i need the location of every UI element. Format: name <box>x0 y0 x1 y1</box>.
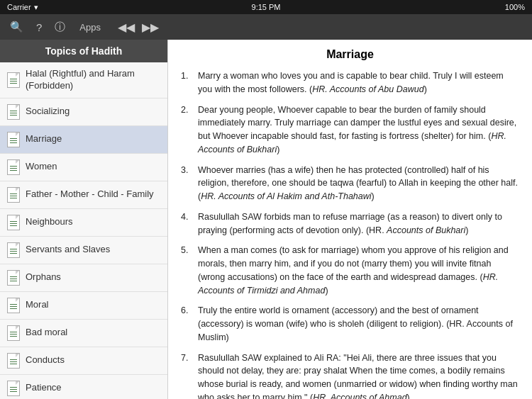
hadith-text: Marry a woman who loves you and is capab… <box>198 69 519 96</box>
carrier-label: Carrier <box>7 3 31 11</box>
doc-icon <box>7 270 20 286</box>
hadith-text: Truly the entire world is ornament (acce… <box>198 304 519 344</box>
doc-icon <box>7 215 20 230</box>
doc-icon <box>7 353 20 369</box>
hadith-item: 3. Whoever marries (has a wife) then he … <box>181 164 519 203</box>
sidebar-items-container: Halal (Rightful) and Haram (Forbidden) S… <box>0 62 167 399</box>
sidebar-item-7[interactable]: Orphans <box>0 264 167 292</box>
sidebar-item-3[interactable]: Women <box>0 154 167 181</box>
content-area: Marriage 1. Marry a woman who loves you … <box>168 40 532 399</box>
sidebar-item-label: Socializing <box>26 106 70 118</box>
status-left: Carrier ▾ <box>7 3 38 12</box>
hadith-item: 2. Dear young people, Whoever capable to… <box>181 103 519 157</box>
help-icon[interactable]: ? <box>33 18 45 36</box>
doc-icon <box>7 159 20 175</box>
hadith-number: 7. <box>181 352 192 400</box>
doc-icon <box>7 104 20 120</box>
doc-icon <box>7 298 20 313</box>
sidebar-item-11[interactable]: Patience <box>0 375 167 399</box>
sidebar-item-label: Halal (Rightful) and Haram (Forbidden) <box>26 68 160 92</box>
hadith-number: 5. <box>181 244 192 297</box>
sidebar-item-label: Conducts <box>26 354 65 366</box>
sidebar-item-0[interactable]: Halal (Rightful) and Haram (Forbidden) <box>0 62 167 99</box>
nav-back-button[interactable]: ◀◀ <box>115 19 138 35</box>
hadith-item: 7. Rasulullah SAW explained to Ali RA: "… <box>181 352 519 400</box>
hadith-number: 3. <box>181 164 192 203</box>
hadith-number: 4. <box>181 210 192 237</box>
hadith-number: 1. <box>181 69 192 96</box>
sidebar-item-label: Neighbours <box>26 216 73 228</box>
doc-icon <box>7 325 20 341</box>
hadith-text: Rasulullah SAW explained to Ali RA: "Hei… <box>198 352 519 400</box>
hadith-number: 2. <box>181 103 192 157</box>
toolbar-nav: ◀◀ ▶▶ <box>115 19 162 35</box>
sidebar-item-label: Servants and Slaves <box>26 244 110 256</box>
battery-label: 100% <box>505 3 525 11</box>
doc-icon <box>7 187 20 203</box>
search-icon[interactable]: 🔍 <box>7 18 26 36</box>
main-layout: Topics of Hadith Halal (Rightful) and Ha… <box>0 40 532 399</box>
sidebar-item-6[interactable]: Servants and Slaves <box>0 237 167 264</box>
content-title: Marriage <box>181 48 519 61</box>
sidebar-item-label: Women <box>26 161 57 173</box>
sidebar-item-8[interactable]: Moral <box>0 292 167 320</box>
sidebar-item-9[interactable]: Bad moral <box>0 320 167 347</box>
sidebar-item-5[interactable]: Neighbours <box>0 209 167 237</box>
sidebar-item-label: Bad moral <box>26 327 67 339</box>
status-time: 9:15 PM <box>252 3 281 11</box>
sidebar-item-1[interactable]: Socializing <box>0 99 167 126</box>
nav-forward-button[interactable]: ▶▶ <box>139 19 162 35</box>
info-icon[interactable]: ⓘ <box>52 18 68 37</box>
sidebar-item-2[interactable]: Marriage <box>0 126 167 154</box>
hadith-item: 6. Truly the entire world is ornament (a… <box>181 304 519 344</box>
toolbar: 🔍 ? ⓘ Apps ◀◀ ▶▶ <box>0 14 532 40</box>
sidebar-item-label: Marriage <box>26 133 62 145</box>
apps-button[interactable]: Apps <box>75 19 105 35</box>
hadith-text: Rasulullah SAW forbids man to refuse mar… <box>198 210 519 237</box>
doc-icon <box>7 381 20 396</box>
sidebar-header: Topics of Hadith <box>0 40 167 62</box>
doc-icon <box>7 132 20 147</box>
sidebar-item-label: Father - Mother - Child - Family <box>26 189 154 201</box>
hadith-item: 1. Marry a woman who loves you and is ca… <box>181 69 519 96</box>
hadith-item: 5. When a man comes (to ask for marriage… <box>181 244 519 297</box>
sidebar-item-label: Orphans <box>26 271 61 283</box>
doc-icon <box>7 72 20 88</box>
sidebar-item-label: Moral <box>26 299 49 311</box>
hadith-text: Dear young people, Whoever capable to be… <box>198 103 519 157</box>
sidebar: Topics of Hadith Halal (Rightful) and Ha… <box>0 40 168 399</box>
sidebar-item-label: Patience <box>26 382 62 394</box>
status-bar: Carrier ▾ 9:15 PM 100% <box>0 0 532 14</box>
hadith-text: When a man comes (to ask for marriage) w… <box>198 244 519 297</box>
doc-icon <box>7 242 20 258</box>
sidebar-item-4[interactable]: Father - Mother - Child - Family <box>0 181 167 209</box>
hadith-item: 4. Rasulullah SAW forbids man to refuse … <box>181 210 519 237</box>
hadith-number: 6. <box>181 304 192 344</box>
hadith-text: Whoever marries (has a wife) then he has… <box>198 164 519 203</box>
sidebar-item-10[interactable]: Conducts <box>0 347 167 375</box>
wifi-icon: ▾ <box>34 3 38 12</box>
hadith-list: 1. Marry a woman who loves you and is ca… <box>181 69 519 399</box>
